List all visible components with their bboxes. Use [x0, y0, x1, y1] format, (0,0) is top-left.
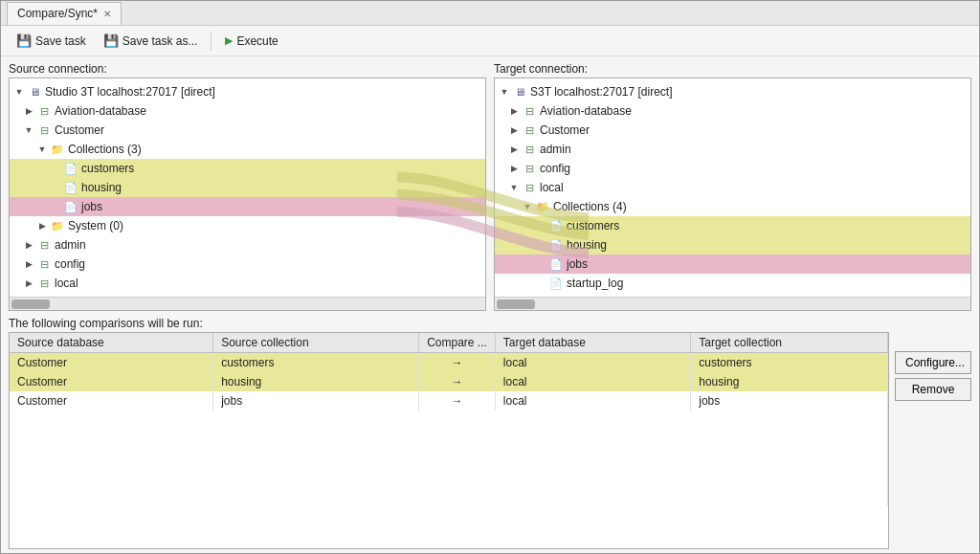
- comparison-table: Source database Source collection Compar…: [10, 333, 888, 506]
- target-server-label: S3T localhost:27017 [direct]: [530, 85, 673, 99]
- configure-button[interactable]: Configure...: [895, 351, 971, 374]
- server-icon: 🖥: [512, 84, 527, 100]
- target-customer-item[interactable]: ▶ ⊟ Customer: [495, 121, 970, 140]
- db-icon: ⊟: [36, 122, 52, 138]
- server-icon: 🖥: [27, 84, 42, 100]
- src-housing-label: housing: [81, 181, 122, 194]
- tgt-admin-label: admin: [540, 143, 571, 156]
- cell-arrow: →: [419, 372, 496, 391]
- source-collections-item[interactable]: ▼ 📁 Collections (3): [10, 140, 485, 159]
- col-compare: Compare ...: [419, 333, 496, 353]
- src-config-expander: ▶: [23, 258, 34, 270]
- target-aviation-item[interactable]: ▶ ⊟ Aviation-database: [495, 101, 970, 121]
- source-jobs-collection[interactable]: 📄 jobs: [10, 197, 485, 216]
- save-task-as-label: Save task as...: [122, 34, 198, 48]
- cell-source-col: housing: [213, 372, 419, 391]
- execute-label: Execute: [236, 34, 278, 48]
- src-customer-expander: ▼: [23, 124, 34, 136]
- src-aviation-expander: ▶: [23, 105, 34, 117]
- db-icon: ⊟: [36, 256, 52, 272]
- cell-target-db: local: [495, 391, 690, 410]
- target-config-item[interactable]: ▶ ⊟ config: [495, 159, 970, 178]
- tgt-customers-label: customers: [567, 219, 619, 233]
- source-local-item[interactable]: ▶ ⊟ local: [10, 274, 485, 293]
- table-header-row: Source database Source collection Compar…: [10, 333, 888, 353]
- tgt-admin-expander: ▶: [508, 144, 520, 155]
- cell-target-db: local: [495, 353, 690, 372]
- src-jobs-label: jobs: [81, 200, 102, 213]
- src-admin-expander: ▶: [23, 239, 34, 251]
- comparisons-label: The following comparisons will be run:: [9, 317, 971, 330]
- db-icon: ⊟: [522, 161, 537, 176]
- trees-area: Source connection: ▼ 🖥 Studio 3T localho…: [9, 62, 971, 311]
- save-icon: 💾: [16, 33, 32, 48]
- source-h-scroll-thumb: [11, 299, 50, 309]
- target-tree-content: ▼ 🖥 S3T localhost:27017 [direct] ▶ ⊟ Avi…: [495, 78, 970, 297]
- src-config-label: config: [55, 257, 85, 271]
- target-customers-collection[interactable]: 📄 customers: [495, 216, 970, 235]
- src-aviation-label: Aviation-database: [55, 104, 146, 118]
- target-admin-item[interactable]: ▶ ⊟ admin: [495, 140, 970, 159]
- target-collections-item[interactable]: ▼ 📁 Collections (4): [495, 197, 970, 216]
- close-icon[interactable]: ✕: [103, 9, 111, 19]
- collection-icon: 📄: [548, 256, 564, 272]
- compare-sync-tab[interactable]: Compare/Sync* ✕: [7, 2, 122, 25]
- target-tree-scroll[interactable]: ▼ 🖥 S3T localhost:27017 [direct] ▶ ⊟ Avi…: [495, 78, 970, 297]
- source-housing-collection[interactable]: 📄 housing: [10, 178, 485, 197]
- target-startup-log-collection[interactable]: 📄 startup_log: [495, 274, 970, 293]
- save-task-button[interactable]: 💾 Save task: [9, 31, 94, 51]
- cell-source-db: Customer: [10, 372, 213, 391]
- db-icon: ⊟: [36, 237, 52, 253]
- src-customers-expander: [50, 163, 61, 174]
- tgt-startup-log-label: startup_log: [567, 277, 623, 290]
- target-housing-collection[interactable]: 📄 housing: [495, 235, 970, 255]
- source-tree-content: ▼ 🖥 Studio 3T localhost:27017 [direct] ▶…: [10, 78, 485, 297]
- tgt-customer-label: Customer: [540, 123, 590, 137]
- comparison-table-container: Source database Source collection Compar…: [9, 332, 889, 549]
- remove-button[interactable]: Remove: [895, 378, 971, 401]
- cell-arrow: →: [419, 353, 496, 372]
- tgt-aviation-label: Aviation-database: [540, 104, 632, 118]
- cell-target-db: local: [495, 372, 690, 391]
- source-config-item[interactable]: ▶ ⊟ config: [10, 255, 485, 274]
- table-row[interactable]: Customer housing → local housing: [10, 372, 888, 391]
- source-customer-item[interactable]: ▼ ⊟ Customer: [10, 121, 485, 140]
- table-row-empty: [10, 487, 888, 506]
- table-row[interactable]: Customer customers → local customers: [10, 353, 888, 372]
- tgt-config-expander: ▶: [508, 163, 520, 174]
- db-icon: ⊟: [36, 103, 52, 119]
- toolbar: 💾 Save task 💾 Save task as... ▶ Execute: [1, 26, 979, 56]
- side-buttons: Configure... Remove: [895, 332, 971, 549]
- source-system-item[interactable]: ▶ 📁 System (0): [10, 216, 485, 235]
- save-task-as-button[interactable]: 💾 Save task as...: [96, 31, 206, 51]
- db-icon: ⊟: [522, 142, 537, 157]
- src-local-expander: ▶: [23, 277, 34, 289]
- source-customers-collection[interactable]: 📄 customers: [10, 159, 485, 178]
- execute-button[interactable]: ▶ Execute: [217, 32, 285, 51]
- col-source-col: Source collection: [213, 333, 419, 353]
- tgt-jobs-label: jobs: [567, 257, 588, 271]
- target-local-item[interactable]: ▼ ⊟ local: [495, 178, 970, 197]
- col-target-db: Target database: [495, 333, 690, 353]
- col-target-col: Target collection: [691, 333, 888, 353]
- source-server-expander: ▼: [13, 86, 25, 98]
- source-aviation-item[interactable]: ▶ ⊟ Aviation-database: [10, 101, 485, 121]
- source-tree-scroll[interactable]: ▼ 🖥 Studio 3T localhost:27017 [direct] ▶…: [10, 78, 485, 297]
- save-as-icon: 💾: [103, 33, 119, 48]
- tab-label: Compare/Sync*: [17, 7, 98, 20]
- cell-target-col: jobs: [691, 391, 888, 410]
- source-tree-panel: ▼ 🖥 Studio 3T localhost:27017 [direct] ▶…: [9, 78, 486, 311]
- source-admin-item[interactable]: ▶ ⊟ admin: [10, 235, 485, 255]
- db-icon: ⊟: [522, 103, 537, 119]
- tgt-customer-expander: ▶: [508, 124, 520, 136]
- target-jobs-collection[interactable]: 📄 jobs: [495, 255, 970, 274]
- target-h-scrollbar[interactable]: [495, 297, 970, 310]
- table-row[interactable]: Customer jobs → local jobs: [10, 391, 888, 410]
- main-window: Compare/Sync* ✕ 💾 Save task 💾 Save task …: [0, 0, 980, 554]
- source-h-scrollbar[interactable]: [10, 297, 485, 310]
- comparisons-section: The following comparisons will be run: S…: [9, 317, 971, 549]
- target-server-item[interactable]: ▼ 🖥 S3T localhost:27017 [direct]: [495, 82, 970, 101]
- source-server-item[interactable]: ▼ 🖥 Studio 3T localhost:27017 [direct]: [10, 82, 485, 101]
- col-source-db: Source database: [10, 333, 213, 353]
- cell-source-db: Customer: [10, 391, 213, 410]
